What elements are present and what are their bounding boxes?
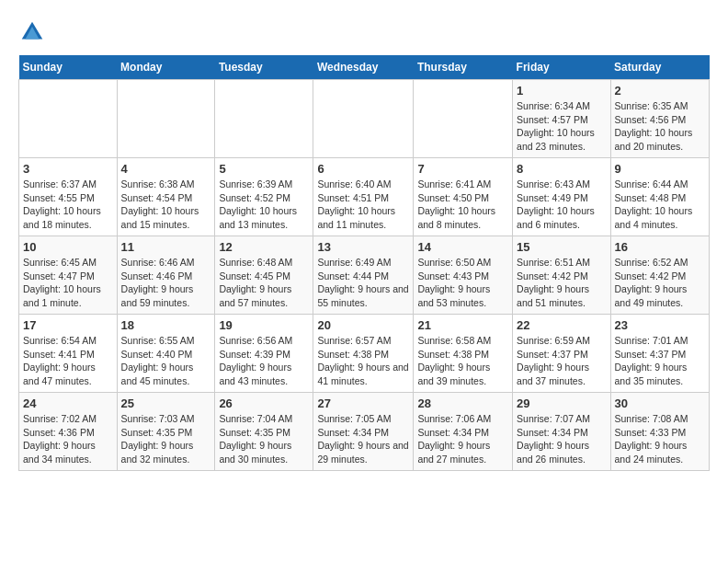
weekday-header: Thursday	[414, 55, 513, 80]
day-number: 18	[121, 318, 211, 332]
calendar-cell: 1Sunrise: 6:34 AM Sunset: 4:57 PM Daylig…	[513, 80, 610, 158]
calendar-cell	[215, 80, 313, 158]
calendar-cell: 10Sunrise: 6:45 AM Sunset: 4:47 PM Dayli…	[19, 236, 118, 315]
day-number: 10	[23, 240, 113, 254]
day-number: 25	[121, 396, 211, 410]
calendar-cell: 6Sunrise: 6:40 AM Sunset: 4:51 PM Daylig…	[313, 158, 414, 236]
calendar-cell: 2Sunrise: 6:35 AM Sunset: 4:56 PM Daylig…	[610, 80, 709, 158]
calendar-cell: 11Sunrise: 6:46 AM Sunset: 4:46 PM Dayli…	[117, 236, 215, 315]
calendar-cell	[414, 80, 513, 158]
day-info: Sunrise: 6:49 AM Sunset: 4:44 PM Dayligh…	[317, 256, 409, 310]
calendar-cell	[313, 80, 414, 158]
calendar-cell	[117, 80, 215, 158]
day-info: Sunrise: 6:35 AM Sunset: 4:56 PM Dayligh…	[615, 99, 705, 154]
calendar-cell: 18Sunrise: 6:55 AM Sunset: 4:40 PM Dayli…	[117, 315, 215, 393]
calendar-cell: 17Sunrise: 6:54 AM Sunset: 4:41 PM Dayli…	[19, 315, 118, 393]
day-number: 29	[517, 396, 606, 410]
day-info: Sunrise: 7:03 AM Sunset: 4:35 PM Dayligh…	[121, 412, 211, 466]
calendar-cell: 24Sunrise: 7:02 AM Sunset: 4:36 PM Dayli…	[19, 393, 118, 471]
day-info: Sunrise: 7:01 AM Sunset: 4:37 PM Dayligh…	[615, 334, 705, 388]
day-info: Sunrise: 6:38 AM Sunset: 4:54 PM Dayligh…	[121, 178, 211, 232]
day-info: Sunrise: 6:54 AM Sunset: 4:41 PM Dayligh…	[23, 334, 113, 388]
logo-icon	[18, 18, 46, 46]
calendar-cell: 27Sunrise: 7:05 AM Sunset: 4:34 PM Dayli…	[313, 393, 414, 471]
calendar-cell: 4Sunrise: 6:38 AM Sunset: 4:54 PM Daylig…	[117, 158, 215, 236]
day-info: Sunrise: 6:52 AM Sunset: 4:42 PM Dayligh…	[615, 256, 705, 310]
calendar-cell: 26Sunrise: 7:04 AM Sunset: 4:35 PM Dayli…	[215, 393, 313, 471]
day-info: Sunrise: 7:04 AM Sunset: 4:35 PM Dayligh…	[219, 412, 309, 466]
day-number: 12	[219, 240, 309, 254]
day-number: 19	[219, 318, 309, 332]
day-info: Sunrise: 6:55 AM Sunset: 4:40 PM Dayligh…	[121, 334, 211, 388]
day-number: 20	[317, 318, 409, 332]
day-number: 7	[417, 162, 508, 176]
day-info: Sunrise: 7:05 AM Sunset: 4:34 PM Dayligh…	[317, 412, 409, 466]
day-info: Sunrise: 6:44 AM Sunset: 4:48 PM Dayligh…	[615, 178, 705, 232]
calendar-cell: 12Sunrise: 6:48 AM Sunset: 4:45 PM Dayli…	[215, 236, 313, 315]
page-header	[18, 18, 710, 46]
day-info: Sunrise: 6:41 AM Sunset: 4:50 PM Dayligh…	[417, 178, 508, 232]
day-number: 26	[219, 396, 309, 410]
day-info: Sunrise: 6:43 AM Sunset: 4:49 PM Dayligh…	[517, 178, 606, 232]
day-number: 16	[615, 240, 705, 254]
calendar-cell: 7Sunrise: 6:41 AM Sunset: 4:50 PM Daylig…	[414, 158, 513, 236]
calendar-week-row: 10Sunrise: 6:45 AM Sunset: 4:47 PM Dayli…	[19, 236, 710, 315]
calendar-week-row: 24Sunrise: 7:02 AM Sunset: 4:36 PM Dayli…	[19, 393, 710, 471]
day-number: 1	[517, 84, 606, 98]
calendar-cell: 15Sunrise: 6:51 AM Sunset: 4:42 PM Dayli…	[513, 236, 610, 315]
calendar-cell: 9Sunrise: 6:44 AM Sunset: 4:48 PM Daylig…	[610, 158, 709, 236]
calendar-cell: 3Sunrise: 6:37 AM Sunset: 4:55 PM Daylig…	[19, 158, 118, 236]
weekday-header: Monday	[117, 55, 215, 80]
calendar-cell: 28Sunrise: 7:06 AM Sunset: 4:34 PM Dayli…	[414, 393, 513, 471]
day-number: 27	[317, 396, 409, 410]
weekday-header: Friday	[513, 55, 610, 80]
day-info: Sunrise: 6:56 AM Sunset: 4:39 PM Dayligh…	[219, 334, 309, 388]
day-number: 6	[317, 162, 409, 176]
calendar-week-row: 17Sunrise: 6:54 AM Sunset: 4:41 PM Dayli…	[19, 315, 710, 393]
weekday-header: Sunday	[19, 55, 118, 80]
calendar-week-row: 1Sunrise: 6:34 AM Sunset: 4:57 PM Daylig…	[19, 80, 710, 158]
calendar-cell: 13Sunrise: 6:49 AM Sunset: 4:44 PM Dayli…	[313, 236, 414, 315]
weekday-header: Wednesday	[313, 55, 414, 80]
calendar-cell	[19, 80, 118, 158]
calendar-cell: 23Sunrise: 7:01 AM Sunset: 4:37 PM Dayli…	[610, 315, 709, 393]
day-info: Sunrise: 6:59 AM Sunset: 4:37 PM Dayligh…	[517, 334, 606, 388]
day-number: 15	[517, 240, 606, 254]
day-info: Sunrise: 6:58 AM Sunset: 4:38 PM Dayligh…	[417, 334, 508, 388]
day-number: 11	[121, 240, 211, 254]
day-info: Sunrise: 6:37 AM Sunset: 4:55 PM Dayligh…	[23, 178, 113, 232]
day-info: Sunrise: 6:50 AM Sunset: 4:43 PM Dayligh…	[417, 256, 508, 310]
day-number: 28	[417, 396, 508, 410]
day-number: 22	[517, 318, 606, 332]
day-info: Sunrise: 7:07 AM Sunset: 4:34 PM Dayligh…	[517, 412, 606, 466]
calendar-cell: 5Sunrise: 6:39 AM Sunset: 4:52 PM Daylig…	[215, 158, 313, 236]
calendar-cell: 20Sunrise: 6:57 AM Sunset: 4:38 PM Dayli…	[313, 315, 414, 393]
day-info: Sunrise: 6:45 AM Sunset: 4:47 PM Dayligh…	[23, 256, 113, 310]
calendar-cell: 8Sunrise: 6:43 AM Sunset: 4:49 PM Daylig…	[513, 158, 610, 236]
day-info: Sunrise: 6:46 AM Sunset: 4:46 PM Dayligh…	[121, 256, 211, 310]
day-number: 30	[615, 396, 705, 410]
calendar-cell: 30Sunrise: 7:08 AM Sunset: 4:33 PM Dayli…	[610, 393, 709, 471]
calendar-cell: 21Sunrise: 6:58 AM Sunset: 4:38 PM Dayli…	[414, 315, 513, 393]
day-info: Sunrise: 6:40 AM Sunset: 4:51 PM Dayligh…	[317, 178, 409, 232]
day-number: 9	[615, 162, 705, 176]
day-number: 17	[23, 318, 113, 332]
weekday-header: Tuesday	[215, 55, 313, 80]
day-number: 4	[121, 162, 211, 176]
weekday-header-row: SundayMondayTuesdayWednesdayThursdayFrid…	[19, 55, 710, 80]
day-number: 14	[417, 240, 508, 254]
logo	[18, 18, 50, 46]
calendar-cell: 25Sunrise: 7:03 AM Sunset: 4:35 PM Dayli…	[117, 393, 215, 471]
day-info: Sunrise: 7:06 AM Sunset: 4:34 PM Dayligh…	[417, 412, 508, 466]
weekday-header: Saturday	[610, 55, 709, 80]
calendar-week-row: 3Sunrise: 6:37 AM Sunset: 4:55 PM Daylig…	[19, 158, 710, 236]
day-info: Sunrise: 6:57 AM Sunset: 4:38 PM Dayligh…	[317, 334, 409, 388]
day-number: 21	[417, 318, 508, 332]
day-info: Sunrise: 6:48 AM Sunset: 4:45 PM Dayligh…	[219, 256, 309, 310]
day-number: 13	[317, 240, 409, 254]
day-number: 3	[23, 162, 113, 176]
day-info: Sunrise: 6:39 AM Sunset: 4:52 PM Dayligh…	[219, 178, 309, 232]
calendar-cell: 29Sunrise: 7:07 AM Sunset: 4:34 PM Dayli…	[513, 393, 610, 471]
day-number: 8	[517, 162, 606, 176]
day-info: Sunrise: 6:51 AM Sunset: 4:42 PM Dayligh…	[517, 256, 606, 310]
